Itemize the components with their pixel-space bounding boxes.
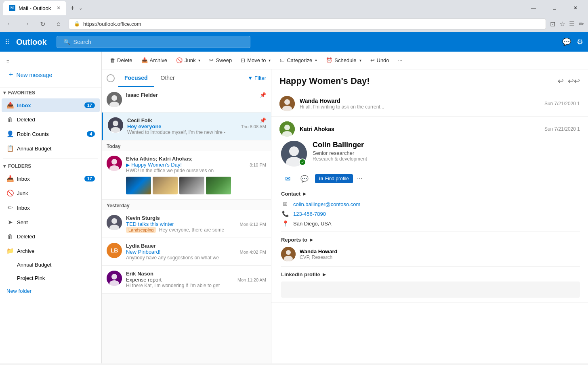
pin-icon-isaac[interactable]: 📌 xyxy=(260,92,266,98)
avatar-elvia xyxy=(107,156,122,171)
minimize-button[interactable]: — xyxy=(524,2,543,15)
sidebar-item-drafts[interactable]: ✏ Inbox xyxy=(2,201,100,215)
filter-button[interactable]: ▼ Filter xyxy=(248,75,266,81)
back-button[interactable]: ← xyxy=(4,18,16,30)
subject-row-elvia: ▶ Happy Women's Day! 3:10 PM xyxy=(126,162,266,168)
new-folder-button[interactable]: New folder xyxy=(0,285,101,297)
search-input[interactable] xyxy=(74,39,244,45)
move-to-label: Move to xyxy=(247,57,266,63)
email-item-isaac[interactable]: Isaac Fielder 📌 xyxy=(102,87,271,113)
reply-icon[interactable]: ↩ xyxy=(558,77,564,86)
schedule-button[interactable]: ⏰ Schedule xyxy=(323,55,364,65)
linkedin-section-header[interactable]: LinkedIn profile ▶ xyxy=(281,271,580,277)
email-subject-elvia: Happy Women's Day! xyxy=(131,162,182,168)
avatar-cecil xyxy=(108,117,123,133)
email-tabs: Focused Other xyxy=(118,70,248,87)
extensions-icon[interactable]: ✏ xyxy=(579,20,584,28)
linkedin-chevron-icon: ▶ xyxy=(323,272,326,277)
sidebar-item-archive[interactable]: 📁 Archive xyxy=(2,244,100,258)
search-box[interactable]: 🔍 xyxy=(57,36,250,48)
chat-icon[interactable]: 💬 xyxy=(562,38,571,46)
refresh-button[interactable]: ↻ xyxy=(36,18,48,30)
new-message-button[interactable]: + New message xyxy=(3,67,98,83)
manager-title: CVP, Research xyxy=(300,254,337,260)
tab-list-chevron[interactable]: ⌄ xyxy=(79,5,83,11)
more-toolbar-button[interactable]: ··· xyxy=(395,55,406,65)
sidebar-item-annual-budget-folder[interactable]: Annual Budget xyxy=(2,259,100,271)
email-preview-lydia: Anybody have any suggestions on what we xyxy=(126,255,266,261)
email-from-isaac: Isaac Fielder xyxy=(126,92,158,98)
email-item-lydia[interactable]: LB Lydia Bauer New Pinboard! Mon 4:02 PM… xyxy=(102,238,271,266)
email-item-elvia[interactable]: Elvia Atkins; Katri Ahokas; ▶ Happy Wome… xyxy=(102,151,271,200)
yesterday-divider: Yesterday xyxy=(102,200,271,210)
new-tab-button[interactable]: + xyxy=(68,4,77,13)
thread-date-katri: Sun 7/21/2020 1 xyxy=(544,126,580,132)
waffle-menu-button[interactable]: ⠿ xyxy=(5,38,10,46)
avatar-isaac xyxy=(107,92,122,107)
categorize-label: Categorize xyxy=(287,57,312,63)
focused-tab[interactable]: Focused xyxy=(118,70,154,87)
maximize-button[interactable]: □ xyxy=(545,2,564,15)
folders-section-header[interactable]: ▾ Folders xyxy=(0,161,101,171)
sidebar-item-deleted-folder[interactable]: 🗑 Deleted xyxy=(2,230,100,243)
split-view-icon[interactable]: ⊡ xyxy=(550,20,555,28)
browser-toolbar-right: ⊡ ☆ ☰ ✏ xyxy=(550,20,584,28)
find-profile-label: Find profile xyxy=(325,176,349,181)
detail-header: Happy Women's Day! ↩ ↩↩ xyxy=(271,69,588,91)
sidebar-item-robin-counts[interactable]: 👤 Robin Counts 4 xyxy=(2,127,100,141)
categorize-button[interactable]: 🏷 Categorize xyxy=(276,55,320,65)
collections-icon[interactable]: ☰ xyxy=(569,20,575,28)
settings-icon[interactable]: ⚙ xyxy=(577,38,583,46)
chat-contact-button[interactable]: 💬 xyxy=(298,172,311,185)
contact-more-button[interactable]: ··· xyxy=(357,175,362,182)
email-contact-button[interactable]: ✉ xyxy=(281,172,294,185)
reply-all-icon[interactable]: ↩↩ xyxy=(568,77,580,86)
outlook-logo: Outlook xyxy=(16,38,47,47)
forward-button[interactable]: → xyxy=(20,18,32,30)
email-item-cecil[interactable]: Cecil Folk 📌 Hey everyone Thu 8:08 AM Wa… xyxy=(102,113,271,140)
categorize-icon: 🏷 xyxy=(279,57,285,63)
move-to-button[interactable]: ⊡ Move to xyxy=(237,55,274,65)
reports-to-section-header[interactable]: Reports to ▶ xyxy=(281,237,580,243)
sweep-button[interactable]: ✂ Sweep xyxy=(206,55,235,65)
linkedin-button[interactable]: in Find profile xyxy=(315,174,353,183)
sidebar-item-project-pink[interactable]: Project Pink xyxy=(2,272,100,284)
email-item-kevin[interactable]: Kevin Sturgis TED talks this winter Mon … xyxy=(102,210,271,238)
active-tab[interactable]: M Mail - Outlook ✕ xyxy=(3,1,66,15)
delete-button[interactable]: 🗑 Delete xyxy=(107,55,136,65)
junk-button[interactable]: 🚫 Junk xyxy=(173,55,204,65)
pin-icon-cecil[interactable]: 📌 xyxy=(260,117,266,123)
favorites-icon[interactable]: ☆ xyxy=(559,20,565,28)
delete-icon: 🗑 xyxy=(110,57,115,63)
other-tab[interactable]: Other xyxy=(154,70,181,87)
sidebar-item-junk[interactable]: 🚫 Junk xyxy=(2,186,100,200)
email-item-erik[interactable]: Erik Nason Expense report Mon 11:20 AM H… xyxy=(102,266,271,294)
undo-button[interactable]: ↩ Undo xyxy=(367,55,393,65)
sidebar-item-label: Deleted xyxy=(17,117,95,123)
sidebar-item-deleted-favorites[interactable]: 🗑 Deleted xyxy=(2,113,100,126)
archive-button[interactable]: 📥 Archive xyxy=(138,55,170,65)
favorites-section-header[interactable]: ▾ Favorites xyxy=(0,88,101,98)
sidebar-item-inbox-favorites[interactable]: 📥 Inbox 17 xyxy=(2,98,100,112)
header-right: 💬 ⚙ xyxy=(562,38,583,46)
email-field-value[interactable]: colin.ballinger@contoso.com xyxy=(293,201,360,207)
email-attachments-elvia xyxy=(126,177,266,194)
home-button[interactable]: ⌂ xyxy=(52,18,65,30)
address-bar[interactable]: 🔒 https://outlook.office.com xyxy=(69,19,546,29)
sidebar-item-sent[interactable]: ➤ Sent xyxy=(2,215,100,229)
folders-chevron-icon: ▾ xyxy=(3,163,6,169)
contact-section-header[interactable]: Contact ▶ xyxy=(281,191,580,197)
sidebar-item-inbox-folder[interactable]: 📥 Inbox 17 xyxy=(2,172,100,186)
select-all-checkbox[interactable] xyxy=(107,74,115,82)
collapse-sidebar-button[interactable]: ≡ xyxy=(3,56,98,67)
close-button[interactable]: ✕ xyxy=(566,2,585,15)
content-area: 🗑 Delete 📥 Archive 🚫 Junk ✂ Sweep ⊡ Move… xyxy=(102,52,588,363)
contact-avatar xyxy=(281,141,307,167)
phone-field-value[interactable]: 123-456-7890 xyxy=(293,211,326,217)
status-available-dot xyxy=(299,159,306,166)
thread-arrow-icon: ▶ xyxy=(126,162,130,168)
attachment-thumb-1 xyxy=(126,177,151,194)
subject-row-lydia: New Pinboard! Mon 4:02 PM xyxy=(126,249,266,255)
tab-close-button[interactable]: ✕ xyxy=(57,5,61,11)
sidebar-item-annual-budget-favorites[interactable]: 📋 Annual Budget xyxy=(2,142,100,155)
